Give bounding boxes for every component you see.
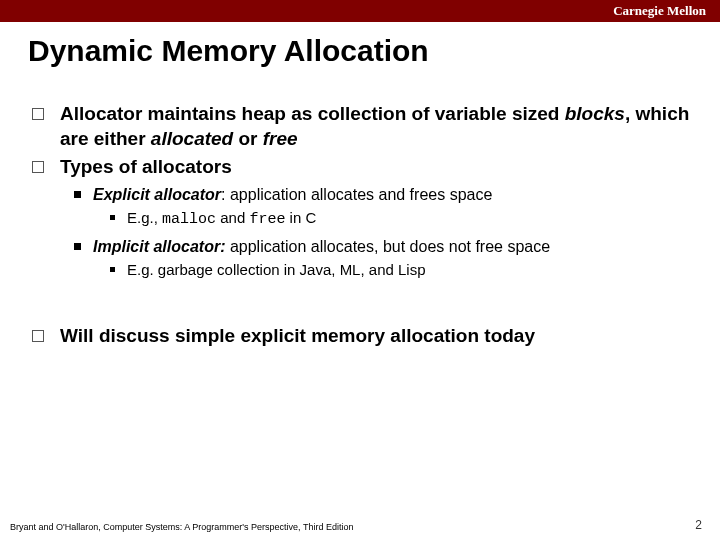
text-fragment: and [216, 209, 249, 226]
bullet-2b-text: Implicit allocator: application allocate… [93, 236, 550, 258]
bullet-2-text: Types of allocators [60, 155, 232, 180]
bullet-2b1-text: E.g. garbage collection in Java, ML, and… [127, 260, 426, 280]
slide-title: Dynamic Memory Allocation [28, 34, 692, 68]
code-free: free [249, 211, 285, 228]
filled-square-icon [74, 191, 81, 198]
filled-square-icon [110, 267, 115, 272]
header-bar: Carnegie Mellon [0, 0, 720, 22]
text-fragment: or [233, 128, 263, 149]
filled-square-icon [110, 215, 115, 220]
text-emph-blocks: blocks [565, 103, 625, 124]
header-brand: Carnegie Mellon [613, 3, 706, 19]
bullet-2b: Implicit allocator: application allocate… [74, 236, 692, 258]
square-bullet-icon [32, 330, 44, 342]
text-fragment: Allocator maintains heap as collection o… [60, 103, 565, 124]
text-emph-free: free [263, 128, 298, 149]
text-emph-allocated: allocated [151, 128, 233, 149]
square-bullet-icon [32, 161, 44, 173]
page-number: 2 [695, 518, 702, 532]
text-fragment: application allocates, but does not free… [225, 238, 550, 255]
bullet-2a1: E.g., malloc and free in C [110, 208, 692, 230]
bullet-2a: Explicit allocator: application allocate… [74, 184, 692, 206]
content-area: Allocator maintains heap as collection o… [28, 102, 692, 348]
text-fragment: E.g., [127, 209, 162, 226]
filled-square-icon [74, 243, 81, 250]
bullet-3-text: Will discuss simple explicit memory allo… [60, 324, 535, 349]
slide-body: Dynamic Memory Allocation Allocator main… [0, 22, 720, 348]
text-lead-explicit: Explicit allocator [93, 186, 221, 203]
code-malloc: malloc [162, 211, 216, 228]
footer-citation: Bryant and O'Hallaron, Computer Systems:… [10, 522, 353, 532]
bullet-1: Allocator maintains heap as collection o… [32, 102, 692, 151]
text-lead-implicit: Implicit allocator: [93, 238, 225, 255]
bullet-2a-text: Explicit allocator: application allocate… [93, 184, 492, 206]
square-bullet-icon [32, 108, 44, 120]
text-fragment: : application allocates and frees space [221, 186, 492, 203]
bullet-1-text: Allocator maintains heap as collection o… [60, 102, 692, 151]
bullet-2b1: E.g. garbage collection in Java, ML, and… [110, 260, 692, 280]
bullet-3: Will discuss simple explicit memory allo… [32, 324, 692, 349]
footer: Bryant and O'Hallaron, Computer Systems:… [10, 518, 702, 532]
bullet-2: Types of allocators [32, 155, 692, 180]
bullet-2a1-text: E.g., malloc and free in C [127, 208, 316, 230]
text-fragment: in C [285, 209, 316, 226]
